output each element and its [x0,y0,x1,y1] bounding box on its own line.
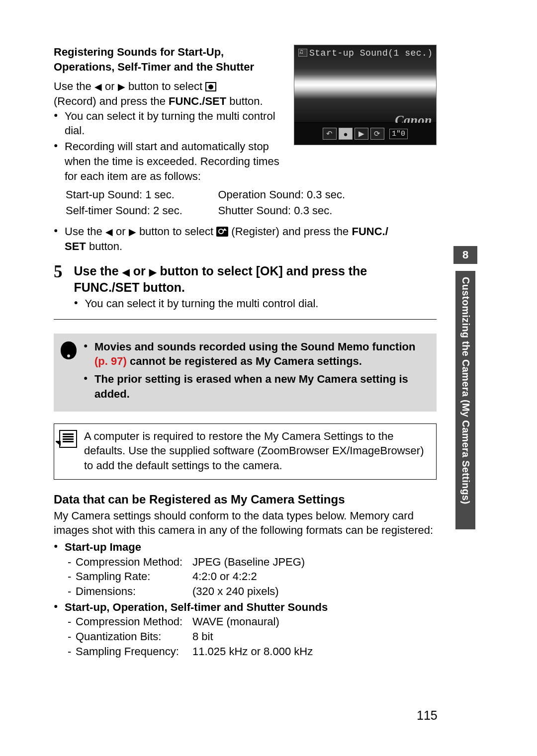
startup-image-heading: Start-up Image [65,541,141,553]
step-number: 5 [54,263,69,280]
exclamation-icon [59,340,79,360]
text: or [116,225,129,238]
spec-label: Dimensions: [76,584,192,599]
text: Movies and sounds recorded using the Sou… [94,340,415,353]
manual-page: 8 Customizing the Camera (My Camera Sett… [0,0,537,756]
text: button. [86,240,122,252]
spec-value: 8 bit [192,629,213,644]
text: cannot be registered as My Camera settin… [127,355,362,367]
text: (Record) and press the [54,95,169,107]
text: Use the [74,264,122,278]
text: button to select [139,225,216,238]
note-line-1: Movies and sounds recorded using the Sou… [94,339,430,369]
divider [54,319,437,320]
page-reference-link[interactable]: (p. 97) [94,355,127,367]
bullet-register: Use the ◀ or ▶ button to select (Registe… [65,224,437,253]
spec-value: 11.025 kHz or 8.000 kHz [192,644,313,659]
spec-list: Start-up Image Compression Method:JPEG (… [54,540,437,659]
right-arrow-icon: ▶ [118,81,125,93]
data-section-intro: My Camera settings should conform to the… [54,508,437,538]
text: button. [226,95,263,107]
text: Use the [65,225,105,238]
bullet-multi-control-dial-2: You can select it by turning the multi c… [85,296,432,311]
left-arrow-icon: ◀ [122,266,130,279]
spec-value: (320 x 240 pixels) [192,584,279,599]
cell-shutter-sound: Shutter Sound: 0.3 sec. [218,203,382,218]
left-arrow-icon: ◀ [105,226,113,239]
register-bullet: Use the ◀ or ▶ button to select (Registe… [54,224,437,253]
spec-label: Quantization Bits: [76,629,192,644]
caution-note: Movies and sounds recorded using the Sou… [54,334,437,412]
text: or [105,80,118,92]
func-label-b: SET [65,240,86,252]
spec-value: 4:2:0 or 4:2:2 [192,569,257,584]
spec-startup-image: Start-up Image Compression Method:JPEG (… [65,540,437,599]
cell-selftimer-sound: Self-timer Sound: 2 sec. [66,203,217,218]
left-arrow-icon: ◀ [94,81,102,93]
right-arrow-icon: ▶ [149,266,157,279]
spec-label: Sampling Rate: [76,569,192,584]
chapter-tab: 8 Customizing the Camera (My Camera Sett… [453,0,477,537]
spec-value: JPEG (Baseline JPEG) [192,555,305,570]
chapter-title: Customizing the Camera (My Camera Settin… [455,271,475,529]
text: or [133,264,149,278]
text: Use the [54,80,94,92]
func-label-a: FUNC./ [352,225,388,238]
right-arrow-icon: ▶ [129,226,136,239]
note-document-icon [59,430,77,448]
spec-label: Sampling Frequency: [76,644,192,659]
thumbnail-title: Start-up Sound(1 sec.) [298,48,433,58]
register-button-icon [216,227,228,237]
instruction-bullets: You can select it by turning the multi c… [54,109,437,183]
text: (Register) and press the [231,225,352,238]
info-text: A computer is required to restore the My… [84,430,424,472]
spec-label: Compression Method: [76,614,192,629]
data-section-heading: Data that can be Registered as My Camera… [54,493,437,506]
spec-label: Compression Method: [76,555,192,570]
step-5-bullets: You can select it by turning the multi c… [74,296,432,311]
sound-icon [298,49,307,57]
spec-sounds: Start-up, Operation, Self-timer and Shut… [65,600,437,659]
note-line-2: The prior setting is erased when a new M… [94,372,430,401]
funcset-label: FUNC./SET [169,95,226,107]
chapter-number: 8 [453,246,477,264]
text: button to select [128,80,205,92]
cell-startup-sound: Start-up Sound: 1 sec. [66,187,217,202]
info-note: A computer is required to restore the My… [54,423,437,480]
bullet-multi-control-dial: You can select it by turning the multi c… [65,109,437,138]
step-5-title: Use the ◀ or ▶ button to select [OK] and… [74,263,432,297]
sounds-heading: Start-up, Operation, Self-timer and Shut… [65,601,328,613]
step-5: 5 Use the ◀ or ▶ button to select [OK] a… [54,263,437,312]
thumbnail-title-text: Start-up Sound(1 sec.) [309,48,433,58]
spec-value: WAVE (monaural) [192,614,279,629]
cell-operation-sound: Operation Sound: 0.3 sec. [218,187,382,202]
bullet-recording-times: Recording will start and automatically s… [65,139,437,183]
recording-times-table: Start-up Sound: 1 sec. Operation Sound: … [65,186,383,219]
record-button-icon [205,82,216,91]
page-number: 115 [417,708,438,723]
